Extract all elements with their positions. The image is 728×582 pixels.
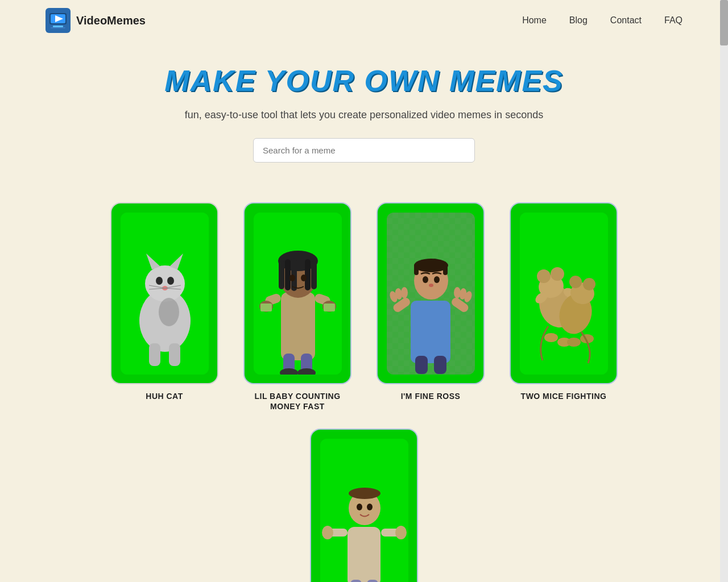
svg-point-68 [551,267,564,281]
nav-home[interactable]: Home [522,15,547,25]
svg-point-84 [367,504,373,510]
search-container [11,138,717,163]
svg-rect-26 [285,259,291,290]
svg-rect-25 [279,261,284,289]
meme-card-two-mice[interactable] [510,202,618,384]
svg-point-61 [454,287,461,298]
svg-point-58 [401,287,408,298]
meme-thumbnail-what-doing [320,439,408,582]
svg-rect-50 [443,264,448,275]
meme-card-what-doing[interactable] [310,429,418,582]
svg-rect-36 [260,304,272,311]
hero-title: MAKE YOUR OWN MEMES [11,64,717,98]
svg-rect-29 [311,261,317,289]
meme-label-huh-cat: HUH CAT [146,391,183,401]
svg-rect-37 [324,304,335,311]
svg-point-11 [156,277,163,285]
svg-point-82 [349,488,380,499]
nav-contact[interactable]: Contact [610,15,642,25]
meme-label-lil-baby: LIL BABY COUNTING MONEY FAST [246,391,349,411]
svg-point-87 [322,526,333,539]
svg-rect-63 [434,356,446,374]
logo-text: VideoMemes [76,14,146,27]
svg-rect-49 [414,264,419,275]
nav-blog[interactable]: Blog [569,15,588,25]
svg-rect-62 [415,356,428,374]
svg-point-53 [429,284,433,287]
search-input[interactable] [253,138,475,163]
svg-point-12 [167,277,174,285]
svg-point-51 [423,276,428,283]
meme-card-huh-cat[interactable] [110,202,218,384]
navbar: VideoMemes Home Blog Contact FAQ [0,0,728,41]
meme-grid: HUH CAT [0,197,728,582]
svg-rect-5 [51,27,65,28]
meme-thumbnail-fine-ross [387,213,475,375]
svg-point-8 [145,265,185,302]
scrollbar-thumb[interactable] [720,0,728,45]
meme-item-huh-cat[interactable]: HUH CAT [105,202,224,411]
svg-point-77 [567,338,581,347]
svg-point-88 [395,526,407,539]
meme-item-lil-baby[interactable]: LIL BABY COUNTING MONEY FAST [238,202,357,411]
meme-label-two-mice: TWO MICE FIGHTING [521,391,607,401]
svg-point-20 [159,298,179,326]
scrollbar[interactable] [720,0,728,582]
meme-card-fine-ross[interactable] [377,202,485,384]
meme-thumbnail-lil-baby [254,213,342,375]
hero-section: MAKE YOUR OWN MEMES fun, easy-to-use too… [0,41,728,197]
svg-rect-22 [281,292,315,360]
svg-rect-4 [53,26,63,27]
svg-rect-28 [305,259,311,290]
svg-point-73 [583,278,595,290]
svg-rect-27 [291,258,297,291]
svg-point-74 [569,276,582,288]
hero-subtitle: fun, easy-to-use tool that lets you crea… [11,109,717,121]
meme-thumbnail-huh-cat [121,213,209,375]
svg-rect-19 [169,343,180,366]
nav-links: Home Blog Contact FAQ [522,15,682,26]
meme-item-two-mice[interactable]: TWO MICE FIGHTING [504,202,623,411]
logo-icon [46,8,71,33]
meme-item-what-doing[interactable]: WHAT ARE YOU DOING [304,429,424,582]
svg-point-75 [544,333,558,342]
svg-point-52 [434,276,440,283]
meme-card-lil-baby[interactable] [243,202,351,384]
svg-point-83 [357,504,362,510]
meme-item-fine-ross[interactable]: I'M FINE ROSS [371,202,490,411]
svg-point-31 [301,275,307,281]
svg-point-30 [289,275,295,281]
svg-rect-46 [411,301,450,363]
meme-label-fine-ross: I'M FINE ROSS [401,391,461,401]
nav-faq[interactable]: FAQ [664,15,682,25]
meme-thumbnail-two-mice [520,213,608,375]
logo-area[interactable]: VideoMemes [46,8,146,33]
svg-rect-18 [149,343,160,366]
svg-rect-80 [348,527,380,582]
svg-point-67 [537,269,551,283]
